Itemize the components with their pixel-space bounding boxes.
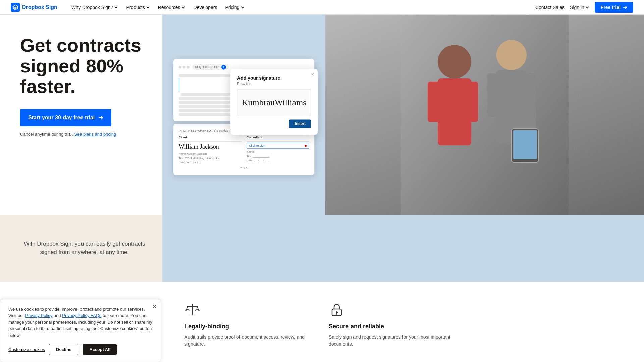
sig-modal-title: Add your signature — [237, 75, 311, 81]
feature-title-2: Secure and reliable — [329, 323, 384, 330]
required-dot — [305, 145, 307, 147]
sig-insert-button[interactable]: Insert — [289, 119, 311, 128]
navigation: Dropbox Sign Why Dropbox Sign? Products … — [0, 0, 644, 15]
nav-item-pricing[interactable]: Pricing — [222, 3, 248, 12]
svg-rect-5 — [428, 82, 439, 122]
doc-ui: REQ. FIELD LEFT 1 — [173, 59, 314, 175]
feature-desc-1: Audit trails provide proof of document a… — [184, 334, 315, 348]
doc-signer-consultant: Consultant Click to sign Name: _________… — [247, 136, 309, 164]
doc-consultant-date-meta: Date: ___/___/___ — [247, 159, 309, 162]
svg-point-7 — [496, 40, 527, 70]
doc-dot-3 — [187, 66, 190, 68]
doc-panel-top: REQ. FIELD LEFT 1 — [173, 59, 314, 121]
sig-text: KumbrauWilliams — [242, 98, 306, 108]
hero-photo — [325, 15, 644, 215]
doc-consultant-title-meta: Title: ___________ — [247, 155, 309, 158]
nav-item-products[interactable]: Products — [123, 3, 153, 12]
hero-photo-col — [325, 15, 644, 215]
svg-rect-10 — [526, 73, 536, 134]
cookie-accept-button[interactable]: Accept All — [83, 344, 117, 355]
doc-consultant-name-meta: Name: ___________ — [247, 150, 309, 153]
doc-consultant-sig-line — [247, 141, 309, 141]
feature-desc-2: Safely sign and request signatures for y… — [329, 334, 460, 348]
nav-item-developers[interactable]: Developers — [190, 3, 221, 12]
free-trial-button[interactable]: Free trial — [595, 2, 633, 13]
doc-client-name-meta: Name: William Jackson — [179, 152, 241, 155]
nav-right: Contact Sales Sign in Free trial — [535, 2, 633, 13]
hero-cta-button[interactable]: Start your 30-day free trial — [20, 109, 111, 126]
cookie-decline-button[interactable]: Decline — [49, 344, 78, 355]
svg-rect-2 — [401, 15, 569, 215]
below-hero-left: With Dropbox Sign, you can easily get co… — [0, 215, 162, 282]
doc-fields-label: REQ. FIELD LEFT 1 — [192, 64, 229, 70]
click-to-sign-field[interactable]: Click to sign — [247, 143, 309, 149]
hero-title: Get contracts signed 80% faster. — [20, 35, 149, 97]
hero-text-col: Get contracts signed 80% faster. Start y… — [0, 15, 162, 215]
doc-client-label: Client — [179, 136, 241, 139]
nav-item-resources[interactable]: Resources — [155, 3, 189, 12]
below-hero-right — [162, 215, 644, 282]
cookie-banner: ✕ We use cookies to provide, improve, pr… — [0, 299, 161, 362]
doc-client-sig-line — [179, 141, 241, 141]
customize-cookies-link[interactable]: Customize cookies — [8, 347, 45, 352]
svg-rect-6 — [466, 82, 478, 122]
photo-svg — [401, 15, 569, 215]
hero-cancel-text: Cancel anytime during trial. See plans a… — [20, 132, 149, 137]
below-hero: With Dropbox Sign, you can easily get co… — [0, 215, 644, 282]
svg-rect-9 — [487, 73, 497, 117]
doc-dots — [179, 66, 190, 68]
signature-modal: Add your signature Draw it in KumbrauWil… — [230, 69, 318, 135]
doc-signers: Client William Jackson Name: William Jac… — [179, 136, 309, 164]
doc-client-title-meta: Title: VP of Marketing, Hanford Inc — [179, 157, 241, 160]
doc-cursor — [179, 78, 179, 92]
nav-items: Why Dropbox Sign? Products Resources Dev… — [68, 3, 535, 12]
doc-dot-1 — [179, 66, 181, 68]
feature-item-2: Secure and reliable Safely sign and requ… — [329, 302, 460, 348]
hero-doc-col: REQ. FIELD LEFT 1 — [162, 15, 325, 215]
privacy-policy-link[interactable]: Privacy Policy — [25, 313, 52, 318]
doc-client-sig-name: William Jackson — [179, 143, 241, 151]
sig-draw-area[interactable]: KumbrauWilliams — [237, 89, 311, 116]
doc-client-date-meta: Date: 08 / 19 / 21 — [179, 161, 241, 164]
feature-icon-scales — [184, 302, 201, 318]
logo[interactable]: Dropbox Sign — [11, 3, 57, 12]
doc-signer-client: Client William Jackson Name: William Jac… — [179, 136, 241, 164]
feature-icon-lock — [329, 302, 345, 318]
plans-pricing-link[interactable]: See plans and pricing — [74, 132, 116, 137]
svg-rect-12 — [513, 130, 537, 159]
feature-title-1: Legally-binding — [184, 323, 229, 330]
hero-sub-text: With Dropbox Sign, you can easily get co… — [20, 240, 149, 257]
hero-row: Get contracts signed 80% faster. Start y… — [0, 15, 644, 215]
sign-in-button[interactable]: Sign in — [570, 5, 589, 10]
contact-sales-link[interactable]: Contact Sales — [535, 5, 565, 10]
privacy-faqs-link[interactable]: Privacy Policy FAQs — [62, 313, 101, 318]
svg-point-3 — [438, 45, 471, 78]
doc-page-indicator: 5 of 5 — [179, 167, 309, 170]
doc-fields-badge: 1 — [221, 65, 226, 69]
doc-consultant-label: Consultant — [247, 136, 309, 139]
sig-close-button[interactable]: ✕ — [311, 72, 314, 77]
cookie-text: We use cookies to provide, improve, prot… — [8, 306, 153, 339]
logo-text: Dropbox Sign — [22, 4, 57, 10]
cookie-actions: Customize cookies Decline Accept All — [8, 344, 153, 355]
feature-item-3 — [473, 302, 604, 348]
feature-item-1: Legally-binding Audit trails provide pro… — [184, 302, 315, 348]
cookie-close-button[interactable]: ✕ — [152, 303, 157, 310]
doc-dot-2 — [183, 66, 185, 68]
nav-item-why[interactable]: Why Dropbox Sign? — [68, 3, 122, 12]
sig-modal-sub: Draw it in — [237, 82, 311, 86]
logo-icon — [11, 3, 20, 12]
